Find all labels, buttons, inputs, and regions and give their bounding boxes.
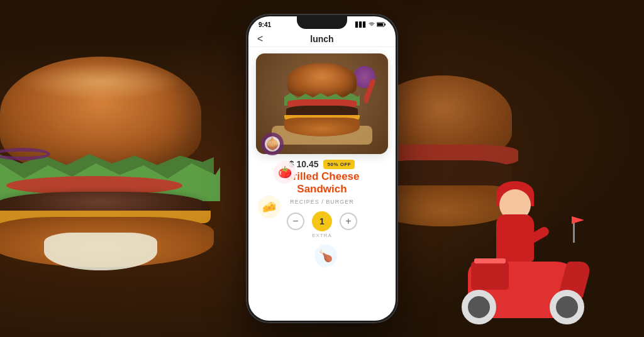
toppings-section: 🍅 🧀 🍗 🧅 <box>248 240 396 272</box>
discount-badge: 50% OFF <box>323 160 355 169</box>
topping-chicken[interactable]: 🍗 <box>314 245 337 267</box>
sauce-left <box>44 233 157 270</box>
chicken-topping-icon: 🍗 <box>314 245 337 267</box>
scooter-wheel-front <box>550 290 584 324</box>
price-section: $ 10.45 50% OFF <box>248 159 396 169</box>
food-name: Grilled Cheese Sandwich <box>248 169 396 197</box>
chili-body <box>362 79 375 104</box>
chili-illustration <box>360 79 379 110</box>
burger-left-illustration <box>0 31 283 302</box>
svg-rect-2 <box>377 23 383 26</box>
signal-icon: ▋▋▋ <box>355 22 367 28</box>
phone-frame: 9:41 ▋▋▋ <box>247 14 397 323</box>
svg-rect-1 <box>385 23 386 25</box>
scooter-wheel-back <box>462 290 496 324</box>
decrease-quantity-button[interactable]: − <box>287 213 304 230</box>
increase-quantity-button[interactable]: + <box>340 213 357 230</box>
card-bun-bottom <box>284 118 360 136</box>
onion-topping-icon: 🧅 <box>261 133 284 155</box>
flag-icon <box>572 216 584 224</box>
status-icons: ▋▋▋ <box>355 22 386 28</box>
delivery-person-illustration <box>455 161 594 324</box>
card-bun-top <box>287 63 357 97</box>
header-title: lunch <box>310 34 333 44</box>
battery-icon <box>377 22 386 28</box>
back-button[interactable]: < <box>257 33 263 45</box>
phone-notch <box>297 16 347 29</box>
food-name-line2: Sandwich <box>297 183 347 195</box>
app-content: $ 10.45 50% OFF Grilled Cheese Sandwich … <box>248 47 396 320</box>
phone-screen: 9:41 ▋▋▋ <box>248 16 396 321</box>
cheese-topping-icon: 🧀 <box>258 196 280 218</box>
food-burger-illustration <box>281 63 363 132</box>
phone-container: 9:41 ▋▋▋ <box>247 14 397 323</box>
quantity-display: 1 <box>312 211 332 231</box>
status-time: 9:41 <box>258 21 271 28</box>
wifi-icon <box>369 22 375 28</box>
tomato-topping-icon: 🍅 <box>274 161 296 184</box>
extra-label: EXTRA <box>248 233 396 238</box>
delivery-box <box>471 262 509 290</box>
app-header: < lunch <box>248 31 396 47</box>
